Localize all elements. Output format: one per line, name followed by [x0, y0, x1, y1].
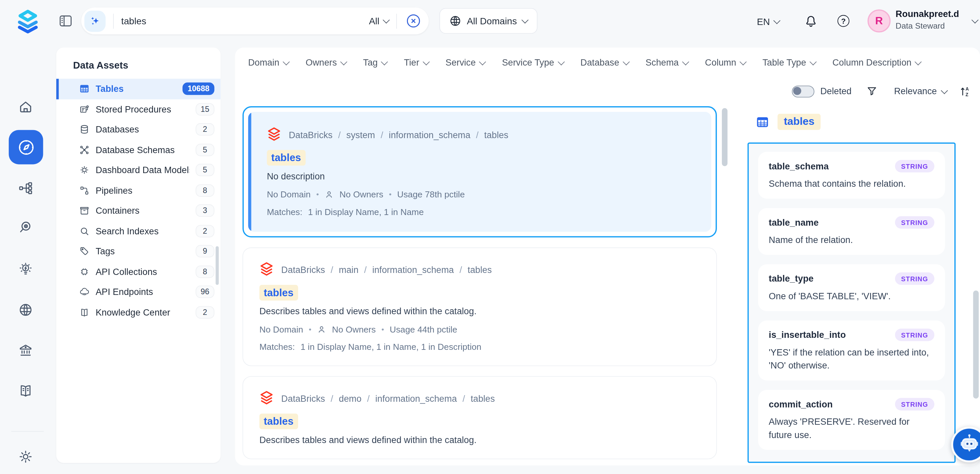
- results-scrollbar-thumb[interactable]: [722, 108, 728, 167]
- filter-service-type[interactable]: Service Type: [502, 57, 563, 68]
- deleted-label: Deleted: [820, 86, 851, 96]
- language-value: EN: [757, 16, 770, 27]
- column-description: 'YES' if the relation can be inserted in…: [769, 346, 934, 372]
- count-badge: 3: [196, 204, 214, 217]
- insights-bulb-icon[interactable]: [18, 262, 33, 277]
- sidebar-item-databases[interactable]: Databases 2: [56, 119, 221, 140]
- avatar[interactable]: R: [867, 9, 891, 32]
- sidebar-item-dashboard-data-models[interactable]: Dashboard Data Models 5: [56, 160, 221, 180]
- result-matches: Matches:1 in Display Name, 1 in Name, 1 …: [259, 342, 700, 352]
- learn-book-icon[interactable]: [18, 383, 33, 398]
- sidebar-item-database-schemas[interactable]: Database Schemas 5: [56, 140, 221, 160]
- column-description: Always 'PRESERVE'. Reserved for future u…: [769, 415, 934, 442]
- sidebar-item-tags[interactable]: Tags 9: [56, 241, 221, 261]
- deleted-toggle[interactable]: [792, 85, 814, 97]
- home-icon[interactable]: [18, 99, 33, 114]
- sort-field-dropdown[interactable]: Relevance: [894, 86, 947, 96]
- user-menu-chevron-icon[interactable]: [971, 16, 978, 23]
- count-badge: 9: [196, 245, 214, 258]
- preview-columns-panel[interactable]: table_schema STRING Schema that contains…: [748, 142, 956, 463]
- filter-database[interactable]: Database: [581, 57, 629, 68]
- global-search-bar[interactable]: tables All: [81, 8, 429, 35]
- sidebar-scrollbar-thumb[interactable]: [216, 247, 219, 285]
- sidebar-item-search-indexes[interactable]: Search Indexes 2: [56, 221, 221, 241]
- sidebar-item-tables[interactable]: Tables 10688: [56, 78, 221, 99]
- search-scope-dropdown[interactable]: All: [369, 16, 388, 26]
- filter-bar: Domain Owners Tag Tier Service Service T…: [248, 57, 921, 68]
- svg-text:Z: Z: [965, 92, 968, 97]
- count-badge: 5: [196, 164, 214, 177]
- domains-globe-icon[interactable]: [18, 302, 33, 317]
- column-type-badge: STRING: [895, 398, 934, 411]
- filter-column[interactable]: Column: [705, 57, 746, 68]
- filter-owners[interactable]: Owners: [306, 57, 346, 68]
- result-title[interactable]: tables: [259, 285, 298, 301]
- globe-icon: [449, 15, 461, 27]
- container-icon: [79, 206, 89, 216]
- column-name: table_schema: [769, 161, 829, 171]
- help-icon[interactable]: ?: [837, 15, 850, 27]
- filter-tag[interactable]: Tag: [363, 57, 387, 68]
- result-description: Describes tables and views defined withi…: [259, 435, 700, 445]
- search-index-icon: [79, 226, 89, 236]
- chevron-down-icon: [522, 16, 528, 23]
- search-result-card[interactable]: DataBricks / main / information_schema /…: [242, 247, 717, 366]
- preview-title[interactable]: tables: [778, 114, 821, 130]
- result-matches: Matches:1 in Display Name, 1 in Name: [267, 207, 695, 217]
- sidebar-collapse-icon[interactable]: [59, 15, 72, 27]
- sidebar-item-containers[interactable]: Containers 3: [56, 200, 221, 221]
- filter-table-type[interactable]: Table Type: [762, 57, 816, 68]
- table-icon: [756, 115, 769, 128]
- explore-compass-icon[interactable]: [9, 130, 43, 164]
- result-title[interactable]: tables: [259, 414, 298, 429]
- schema-icon: [79, 145, 89, 155]
- user-menu[interactable]: Rounakpreet.d Data Steward: [896, 8, 959, 31]
- column-type-badge: STRING: [895, 272, 934, 285]
- governance-bank-icon[interactable]: [18, 342, 33, 358]
- notifications-bell-icon[interactable]: [805, 14, 818, 28]
- help-glyph: ?: [841, 17, 846, 25]
- sort-order-icon[interactable]: A Z: [959, 85, 970, 97]
- chevron-down-icon: [623, 58, 630, 65]
- sidebar-item-api-endpoints[interactable]: API Endpoints 96: [56, 282, 221, 302]
- column-name: table_name: [769, 217, 819, 227]
- rail-divider: [11, 431, 44, 432]
- chevron-down-icon: [383, 16, 390, 23]
- column-type-badge: STRING: [895, 329, 934, 341]
- databricks-logo-icon: [267, 127, 281, 142]
- filter-funnel-icon[interactable]: [867, 86, 878, 97]
- filter-tier[interactable]: Tier: [404, 57, 429, 68]
- observability-icon[interactable]: [18, 220, 33, 235]
- databricks-logo-icon: [259, 262, 274, 277]
- filter-domain[interactable]: Domain: [248, 57, 289, 68]
- lineage-platform-icon[interactable]: [18, 180, 33, 196]
- person-icon: [325, 190, 334, 199]
- language-dropdown[interactable]: EN: [757, 0, 779, 43]
- result-title[interactable]: tables: [267, 150, 305, 165]
- column-name: commit_action: [769, 399, 833, 409]
- clear-search-icon[interactable]: [406, 13, 421, 29]
- preview-header: tables: [756, 114, 821, 130]
- app-logo-icon: [14, 7, 41, 35]
- ai-sparkles-icon[interactable]: [84, 10, 105, 32]
- search-input[interactable]: tables: [121, 16, 369, 26]
- filter-service[interactable]: Service: [445, 57, 485, 68]
- count-badge: 2: [196, 225, 214, 237]
- top-bar: tables All All Domains EN: [0, 0, 980, 43]
- search-result-card-selected[interactable]: DataBricks / system / information_schema…: [242, 106, 717, 237]
- app-window: tables All All Domains EN: [0, 0, 980, 474]
- search-result-card[interactable]: DataBricks / demo / information_schema /…: [242, 376, 717, 460]
- all-domains-button[interactable]: All Domains: [439, 8, 538, 33]
- filter-schema[interactable]: Schema: [645, 57, 688, 68]
- sidebar-item-knowledge-center[interactable]: Knowledge Center 2: [56, 302, 221, 322]
- settings-gear-icon[interactable]: [18, 449, 33, 464]
- chevron-down-icon: [283, 58, 290, 65]
- column-card: is_insertable_into STRING 'YES' if the r…: [758, 321, 945, 380]
- filter-column-description[interactable]: Column Description: [832, 57, 921, 68]
- window-scrollbar-thumb[interactable]: [973, 291, 978, 399]
- sidebar-item-pipelines[interactable]: Pipelines 8: [56, 180, 221, 200]
- sidebar-item-stored-procedures[interactable]: Stored Procedures 15: [56, 99, 221, 119]
- stored-procedure-icon: [79, 104, 89, 114]
- sidebar-item-api-collections[interactable]: API Collections 8: [56, 261, 221, 282]
- all-domains-label: All Domains: [467, 16, 517, 26]
